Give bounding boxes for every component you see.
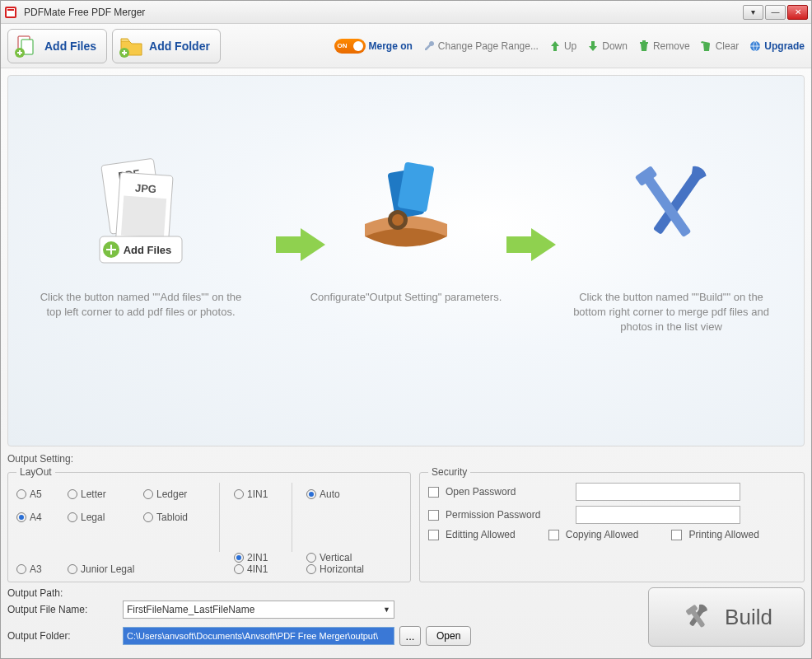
open-password-input[interactable] [576, 483, 740, 501]
stage2-text: Configurate"Output Setting" parameters. [299, 290, 513, 305]
radio-dot-icon [306, 489, 316, 499]
down-button[interactable]: Down [586, 40, 628, 53]
radio-dot-icon [16, 564, 26, 574]
layout-radio-letter[interactable]: Letter [68, 488, 143, 500]
copying-allowed-checkbox[interactable] [548, 530, 559, 540]
editing-allowed-checkbox[interactable] [428, 530, 439, 540]
layout-radio-a3[interactable]: A3 [16, 563, 68, 575]
printing-allowed-label: Printing Allowed [688, 529, 758, 540]
add-folder-button[interactable]: Add Folder [112, 29, 221, 63]
svg-text:Add Files: Add Files [124, 244, 172, 256]
layout-radio-legal[interactable]: Legal [68, 512, 143, 523]
radio-label: Legal [81, 512, 105, 523]
radio-label: Tabloid [156, 512, 188, 523]
change-page-range-button[interactable]: Change Page Range... [422, 40, 539, 53]
radio-dot-icon [16, 512, 26, 522]
radio-dot-icon [306, 564, 316, 574]
window-title: PDFMate Free PDF Merger [24, 7, 741, 18]
merge-on-label: Merge on [368, 40, 412, 52]
browse-folder-button[interactable]: ... [399, 626, 421, 646]
build-button[interactable]: Build [648, 587, 805, 647]
printing-allowed-checkbox[interactable] [671, 530, 682, 540]
clear-button[interactable]: Clear [700, 40, 740, 53]
add-folder-label: Add Folder [149, 40, 210, 53]
radio-dot-icon [306, 553, 316, 563]
radio-dot-icon [143, 489, 153, 499]
output-folder-label: Output Folder: [7, 630, 123, 642]
layout-radio-a4[interactable]: A4 [16, 512, 68, 523]
output-setting-header: Output Setting: [7, 453, 805, 465]
down-label: Down [602, 40, 628, 52]
permission-password-input[interactable] [576, 506, 740, 524]
output-path-header: Output Path: [7, 587, 640, 599]
open-folder-button[interactable]: Open [426, 626, 471, 646]
svg-text:JPG: JPG [134, 181, 156, 195]
layout-radio-a5[interactable]: A5 [16, 488, 68, 500]
wrench-icon [422, 40, 436, 53]
output-folder-input[interactable]: C:\Users\anvsoft\Documents\Anvsoft\PDF F… [123, 627, 394, 645]
nin-radio-2in1[interactable]: 2IN1 [234, 552, 292, 563]
output-file-name-combo[interactable]: FirstFileName_LastFileName ▼ [123, 601, 394, 619]
radio-label: Ledger [156, 488, 187, 500]
remove-button[interactable]: Remove [637, 40, 690, 53]
radio-label: 4IN1 [247, 563, 268, 575]
arrow-down-icon [586, 40, 600, 53]
svg-rect-21 [642, 174, 691, 237]
radio-label: A4 [30, 512, 42, 523]
stage1-text: Click the button named ""Add files"" on … [34, 290, 248, 320]
stage-build: Click the button named ""Build"" on the … [564, 142, 778, 335]
svg-point-19 [392, 214, 404, 226]
add-files-button[interactable]: Add Files [7, 29, 107, 63]
dropdown-button[interactable]: ▾ [743, 5, 763, 20]
titlebar: PDFMate Free PDF Merger ▾ — ✕ [1, 1, 811, 24]
close-button[interactable]: ✕ [787, 5, 808, 20]
remove-label: Remove [653, 40, 690, 52]
radio-label: Horizontal [320, 563, 364, 575]
orient-radio-auto[interactable]: Auto [306, 488, 380, 500]
up-button[interactable]: Up [548, 40, 576, 53]
svg-rect-2 [7, 9, 14, 11]
nin-radio-4in1[interactable]: 4IN1 [234, 563, 292, 575]
output-folder-value: C:\Users\anvsoft\Documents\Anvsoft\PDF F… [127, 631, 378, 641]
upgrade-button[interactable]: Upgrade [749, 40, 805, 53]
open-password-checkbox[interactable] [428, 487, 439, 498]
radio-dot-icon [234, 564, 244, 574]
stage3-illustration [564, 142, 778, 282]
permission-password-checkbox[interactable] [428, 510, 439, 521]
security-fieldset: Security Open Password Permission Passwo… [419, 466, 805, 582]
merge-toggle[interactable]: ON Merge on [334, 39, 412, 54]
trash-open-icon [700, 40, 713, 53]
orient-radio-horizontal[interactable]: Horizontal [306, 563, 380, 575]
stage2-illustration [299, 142, 513, 282]
open-password-label: Open Password [446, 486, 569, 498]
stage1-illustration: PDF JPG Add Files [34, 142, 248, 282]
chevron-down-icon: ▼ [383, 605, 390, 614]
add-files-label: Add Files [44, 40, 96, 53]
upgrade-label: Upgrade [764, 40, 805, 52]
radio-label: Letter [81, 488, 106, 500]
layout-radio-junior-legal[interactable]: Junior Legal [68, 563, 143, 575]
radio-dot-icon [234, 489, 244, 499]
app-icon [4, 5, 19, 20]
radio-label: Vertical [320, 552, 352, 563]
toolbar: Add Files Add Folder ON Merge on Change … [1, 24, 811, 68]
layout-radio-ledger[interactable]: Ledger [143, 488, 219, 500]
security-legend: Security [428, 466, 470, 478]
arrow-icon [502, 224, 560, 265]
radio-label: Auto [320, 488, 340, 500]
switch-on-icon: ON [334, 39, 366, 54]
toolbar-actions: ON Merge on Change Page Range... Up Down… [334, 39, 805, 54]
add-folder-icon [118, 33, 144, 59]
output-setting-section: Output Setting: LayOut A5LetterLedger1IN… [7, 453, 805, 582]
output-file-name-value: FirstFileName_LastFileName [127, 604, 254, 615]
layout-radio-tabloid[interactable]: Tabloid [143, 512, 219, 523]
minimize-button[interactable]: — [765, 5, 786, 20]
radio-label: Junior Legal [81, 563, 134, 575]
build-label: Build [725, 605, 772, 630]
radio-dot-icon [16, 489, 26, 499]
permission-password-label: Permission Password [446, 509, 569, 521]
radio-label: 1IN1 [247, 488, 268, 500]
switch-label: ON [337, 42, 347, 49]
orient-radio-vertical[interactable]: Vertical [306, 552, 380, 563]
nin-radio-1in1[interactable]: 1IN1 [234, 488, 292, 500]
